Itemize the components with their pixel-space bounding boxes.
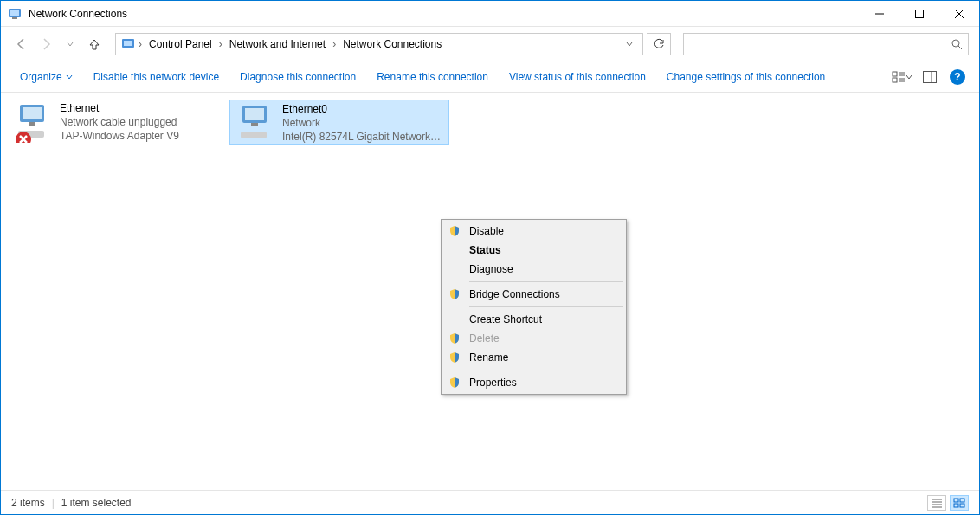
address-bar: › Control Panel › Network and Internet ›… xyxy=(1,27,979,61)
shield-icon xyxy=(448,377,461,389)
location-icon xyxy=(121,37,135,51)
svg-rect-2 xyxy=(12,17,17,19)
chevron-right-icon: › xyxy=(139,38,142,50)
ctx-diagnose[interactable]: Diagnose xyxy=(443,260,624,279)
ctx-delete: Delete xyxy=(443,329,624,348)
chevron-down-icon xyxy=(906,74,912,80)
network-adapter-icon xyxy=(13,101,55,143)
view-status-button[interactable]: View status of this connection xyxy=(500,66,654,88)
connection-device: TAP-Windows Adapter V9 xyxy=(60,129,179,143)
organize-menu[interactable]: Organize xyxy=(11,66,81,88)
recent-locations-dropdown[interactable] xyxy=(60,34,81,55)
up-button[interactable] xyxy=(84,34,105,55)
disable-device-button[interactable]: Disable this network device xyxy=(85,66,228,88)
connection-name: Ethernet xyxy=(60,101,179,115)
rename-connection-button[interactable]: Rename this connection xyxy=(368,66,497,88)
status-selected-count: 1 item selected xyxy=(61,497,132,509)
connection-status: Network cable unplugged xyxy=(60,115,179,129)
ctx-bridge[interactable]: Bridge Connections xyxy=(443,285,624,304)
minimize-button[interactable] xyxy=(860,1,899,27)
svg-rect-21 xyxy=(29,122,35,126)
toolbar: Organize Disable this network device Dia… xyxy=(1,61,979,93)
diagnose-connection-button[interactable]: Diagnose this connection xyxy=(231,66,364,88)
shield-icon xyxy=(448,225,461,237)
svg-rect-32 xyxy=(954,499,958,502)
search-input[interactable] xyxy=(689,38,951,50)
connection-status: Network xyxy=(282,116,443,130)
chevron-right-icon: › xyxy=(332,38,336,50)
organize-label: Organize xyxy=(20,71,62,83)
close-button[interactable] xyxy=(939,1,979,27)
address-dropdown[interactable] xyxy=(622,40,637,48)
search-icon[interactable] xyxy=(951,38,963,50)
separator xyxy=(469,306,623,307)
breadcrumb-item[interactable]: Network Connections xyxy=(339,36,445,52)
ctx-disable[interactable]: Disable xyxy=(443,222,624,241)
chevron-right-icon: › xyxy=(219,38,222,50)
svg-rect-11 xyxy=(893,72,897,76)
maximize-button[interactable] xyxy=(899,1,939,27)
network-adapter-icon xyxy=(235,102,277,144)
large-icons-view-button[interactable] xyxy=(950,495,969,511)
svg-rect-26 xyxy=(251,123,258,126)
view-options-button[interactable] xyxy=(891,66,913,88)
svg-rect-20 xyxy=(23,107,42,119)
refresh-button[interactable] xyxy=(647,33,671,55)
details-view-button[interactable] xyxy=(927,495,946,511)
svg-rect-25 xyxy=(245,108,264,120)
svg-point-9 xyxy=(952,40,959,47)
search-box[interactable] xyxy=(683,33,969,55)
help-icon: ? xyxy=(950,69,965,85)
app-icon xyxy=(8,7,22,21)
chevron-down-icon xyxy=(66,74,73,80)
connection-device: Intel(R) 82574L Gigabit Network C... xyxy=(282,130,443,144)
shield-icon xyxy=(448,332,461,344)
separator xyxy=(469,281,623,282)
status-bar: 2 items | 1 item selected xyxy=(1,490,979,514)
help-button[interactable]: ? xyxy=(946,66,969,88)
connection-name: Ethernet0 xyxy=(282,102,443,116)
separator: | xyxy=(52,497,55,509)
svg-rect-1 xyxy=(10,10,19,16)
svg-line-10 xyxy=(958,46,962,49)
shield-icon xyxy=(448,288,461,300)
shield-icon xyxy=(448,351,461,364)
ctx-status[interactable]: Status xyxy=(443,241,624,260)
titlebar: Network Connections xyxy=(1,1,979,27)
svg-rect-33 xyxy=(960,499,964,502)
svg-rect-14 xyxy=(893,78,897,82)
status-item-count: 2 items xyxy=(11,497,45,509)
forward-button[interactable] xyxy=(35,34,56,55)
ctx-properties[interactable]: Properties xyxy=(443,373,624,392)
connection-item[interactable]: Ethernet Network cable unplugged TAP-Win… xyxy=(8,100,228,145)
content-area: Ethernet Network cable unplugged TAP-Win… xyxy=(1,93,979,486)
breadcrumb-item[interactable]: Control Panel xyxy=(145,36,216,52)
svg-rect-17 xyxy=(924,71,937,82)
svg-rect-4 xyxy=(916,10,924,17)
svg-rect-35 xyxy=(960,504,964,507)
ctx-create-shortcut[interactable]: Create Shortcut xyxy=(443,310,624,329)
svg-rect-34 xyxy=(954,504,958,507)
breadcrumb-item[interactable]: Network and Internet xyxy=(226,36,329,52)
change-settings-button[interactable]: Change settings of this connection xyxy=(658,66,834,88)
preview-pane-button[interactable] xyxy=(919,66,941,88)
window-title: Network Connections xyxy=(29,8,127,20)
address-box[interactable]: › Control Panel › Network and Internet ›… xyxy=(115,33,643,55)
back-button[interactable] xyxy=(11,34,32,55)
svg-rect-27 xyxy=(241,132,267,138)
ctx-rename[interactable]: Rename xyxy=(443,348,624,367)
svg-rect-8 xyxy=(124,41,132,46)
connection-item[interactable]: Ethernet0 Network Intel(R) 82574L Gigabi… xyxy=(229,100,449,145)
separator xyxy=(469,370,623,370)
context-menu: Disable Status Diagnose Bridge Connectio… xyxy=(441,219,627,395)
